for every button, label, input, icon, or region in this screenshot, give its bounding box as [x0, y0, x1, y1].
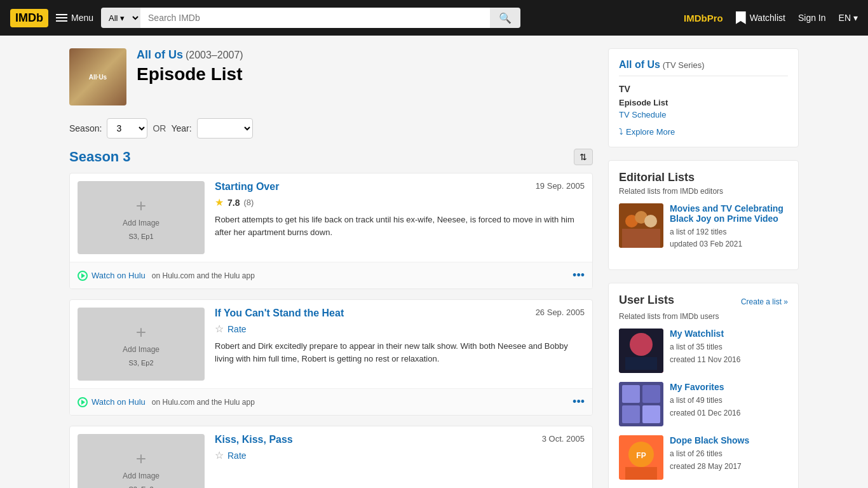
rate-link[interactable]: Rate	[227, 451, 247, 461]
editorial-list-item: Movies and TV Celebrating Black Joy on P…	[619, 203, 788, 250]
user-list-info: Dope Black Shows a list of 26 titles cre…	[670, 435, 749, 480]
create-list-link[interactable]: Create a list »	[741, 297, 788, 306]
episode-bottom: Watch on Hulu on Hulu.com and the Hulu a…	[70, 262, 592, 288]
user-list-thumb[interactable]	[619, 329, 663, 373]
user-list-item: My Watchlist a list of 35 titles created…	[619, 329, 788, 373]
imdb-logo[interactable]: IMDb	[10, 9, 48, 27]
user-lists-header: User Lists Create a list »	[619, 294, 788, 309]
add-image-icon: +	[136, 196, 146, 216]
more-options-button[interactable]: •••	[573, 269, 585, 282]
watchlist-label: Watchlist	[750, 13, 785, 23]
year-select[interactable]: 2003 2004 2005 2006 2007	[197, 118, 253, 139]
svg-rect-4	[622, 229, 660, 248]
search-category-select[interactable]: All ▾	[101, 8, 140, 28]
user-list-meta: a list of 35 titles created 11 Nov 2016	[670, 341, 740, 365]
language-selector[interactable]: EN ▾	[839, 13, 858, 23]
editorial-list-meta: a list of 192 titles updated 03 Feb 2021	[670, 226, 788, 250]
user-list-thumb[interactable]: FP	[619, 435, 663, 480]
play-icon	[81, 273, 85, 278]
user-list-item: My Favorites a list of 49 titles created…	[619, 382, 788, 426]
imdbpro-button[interactable]: IMDbPro	[684, 13, 723, 24]
episode-title-link[interactable]: Kiss, Kiss, Pass	[215, 434, 293, 445]
episode-top: + Add Image S3, Ep2 If You Can't Stand t…	[70, 300, 592, 388]
user-list-info: My Favorites a list of 49 titles created…	[670, 382, 740, 426]
watch-hulu: Watch on Hulu on Hulu.com and the Hulu a…	[78, 271, 255, 281]
add-image-label: Add Image	[123, 219, 159, 227]
episode-date: 26 Sep. 2005	[536, 308, 585, 317]
episode-filters: Season: 1 2 3 4 OR Year: 2003 2004 2005 …	[69, 118, 593, 139]
svg-rect-15	[625, 467, 657, 480]
sidebar-show-subtitle: (TV Series)	[663, 60, 705, 70]
episode-top: + Add Image S3, Ep3 Kiss, Kiss, Pass 3 O…	[70, 426, 592, 488]
chevron-icon: ⤵	[619, 127, 623, 137]
episode-title-link[interactable]: Starting Over	[215, 181, 279, 193]
episode-details: Kiss, Kiss, Pass 3 Oct. 2005 ☆ Rate	[215, 434, 585, 488]
sort-button[interactable]: ⇅	[574, 149, 593, 165]
explore-label: Explore More	[626, 127, 675, 137]
sidebar-episode-list-link[interactable]: Episode List	[619, 98, 788, 107]
episode-card: + Add Image S3, Ep3 Kiss, Kiss, Pass 3 O…	[69, 426, 593, 488]
svg-rect-7	[625, 357, 657, 370]
sidebar-nav-section: TV Episode List TV Schedule	[619, 84, 788, 119]
search-input[interactable]	[140, 8, 490, 28]
sidebar: All of Us (TV Series) TV Episode List TV…	[608, 48, 799, 488]
episode-bottom: Watch on Hulu on Hulu.com and the Hulu a…	[70, 388, 592, 415]
menu-button[interactable]: Menu	[56, 12, 93, 24]
show-info: All of Us (2003–2007) Episode List	[137, 48, 243, 105]
nav-divider	[619, 76, 788, 76]
user-list-name[interactable]: My Watchlist	[670, 329, 740, 339]
sidebar-tv-label: TV	[619, 84, 788, 94]
add-image-label: Add Image	[123, 471, 159, 480]
user-list-meta: a list of 49 titles created 01 Dec 2016	[670, 395, 740, 419]
hamburger-icon	[56, 12, 67, 24]
star-empty-icon: ☆	[215, 323, 224, 335]
episode-thumbnail[interactable]: + Add Image S3, Ep2	[78, 308, 205, 381]
watchlist-button[interactable]: Watchlist	[736, 11, 785, 24]
svg-point-3	[644, 215, 657, 227]
episode-date: 19 Sep. 2005	[536, 181, 585, 191]
explore-more-link[interactable]: ⤵ Explore More	[619, 127, 788, 137]
editorial-list-thumb[interactable]	[619, 203, 663, 248]
favorites-thumb-image	[619, 382, 663, 426]
rate-link[interactable]: Rate	[227, 324, 247, 334]
episode-title-row: Kiss, Kiss, Pass 3 Oct. 2005	[215, 434, 585, 445]
episode-details: Starting Over 19 Sep. 2005 ★ 7.8 (8) Rob…	[215, 181, 585, 254]
search-button[interactable]: 🔍	[490, 8, 520, 28]
signin-button[interactable]: Sign In	[798, 13, 826, 23]
editorial-section-subtitle: Related lists from IMDb editors	[619, 187, 788, 196]
svg-rect-10	[642, 385, 660, 403]
year-label: Year:	[171, 123, 191, 133]
season-select[interactable]: 1 2 3 4	[107, 118, 147, 139]
watch-link[interactable]: Watch on Hulu	[92, 271, 146, 280]
user-list-thumb[interactable]	[619, 382, 663, 426]
episode-top: + Add Image S3, Ep1 Starting Over 19 Sep…	[70, 173, 592, 262]
episode-thumbnail[interactable]: + Add Image S3, Ep3	[78, 434, 205, 488]
chevron-down-icon: ▾	[853, 13, 858, 23]
show-title-link[interactable]: All of Us	[137, 48, 183, 61]
add-image-label: Add Image	[123, 345, 159, 354]
watch-link[interactable]: Watch on Hulu	[92, 397, 146, 407]
show-years: (2003–2007)	[186, 50, 243, 60]
season-header: Season 3 ⇅	[69, 149, 593, 165]
svg-rect-9	[622, 385, 640, 403]
episode-title-link[interactable]: If You Can't Stand the Heat	[215, 308, 344, 319]
rating-row: ★ 7.8 (8)	[215, 196, 585, 208]
user-list-meta: a list of 26 titles created 28 May 2017	[670, 448, 749, 472]
search-bar: All ▾ 🔍	[101, 8, 520, 28]
editorial-list-info: Movies and TV Celebrating Black Joy on P…	[670, 203, 788, 250]
episode-thumbnail[interactable]: + Add Image S3, Ep1	[78, 181, 205, 254]
user-lists-title: User Lists	[619, 294, 674, 307]
editorial-list-name[interactable]: Movies and TV Celebrating Black Joy on P…	[670, 203, 788, 224]
user-list-name[interactable]: My Favorites	[670, 382, 740, 392]
more-options-button[interactable]: •••	[573, 395, 585, 409]
user-list-name[interactable]: Dope Black Shows	[670, 435, 749, 445]
show-poster[interactable]: All·Us	[69, 48, 126, 105]
watch-sub: on Hulu.com and the Hulu app	[152, 398, 255, 407]
season-label: Season:	[69, 123, 102, 133]
svg-rect-12	[642, 405, 660, 423]
page-title: Episode List	[137, 64, 243, 85]
sidebar-show-title[interactable]: All of Us	[619, 59, 660, 70]
sidebar-tv-schedule-link[interactable]: TV Schedule	[619, 110, 788, 119]
show-header: All·Us All of Us (2003–2007) Episode Lis…	[69, 48, 593, 105]
header: IMDb Menu All ▾ 🔍 IMDbPro Watchlist Sign…	[0, 0, 868, 36]
